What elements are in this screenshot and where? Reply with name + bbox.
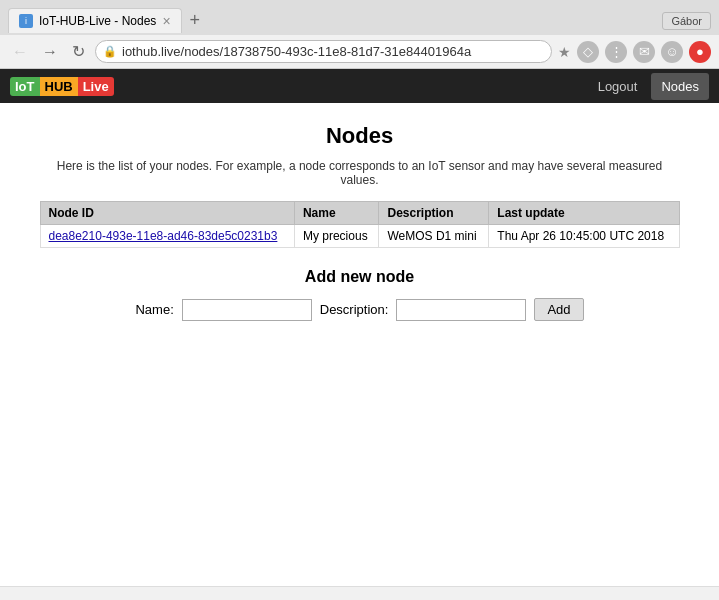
- table-body: dea8e210-493e-11e8-ad46-83de5c0231b3 My …: [40, 225, 679, 248]
- col-header-node-id: Node ID: [40, 202, 294, 225]
- extension-icon-3[interactable]: ✉: [633, 41, 655, 63]
- bookmark-icon[interactable]: ★: [558, 44, 571, 60]
- main-content: Nodes Here is the list of your nodes. Fo…: [20, 103, 700, 341]
- app-navbar: IoT HUB Live Logout Nodes: [0, 69, 719, 103]
- browser-icons: ◇ ⋮ ✉ ☺ ●: [577, 41, 711, 63]
- table-header-row: Node ID Name Description Last update: [40, 202, 679, 225]
- table-row: dea8e210-493e-11e8-ad46-83de5c0231b3 My …: [40, 225, 679, 248]
- back-button[interactable]: ←: [8, 41, 32, 63]
- brand-live: Live: [78, 77, 114, 96]
- table-header: Node ID Name Description Last update: [40, 202, 679, 225]
- cell-node-id: dea8e210-493e-11e8-ad46-83de5c0231b3: [40, 225, 294, 248]
- nodes-table: Node ID Name Description Last update dea…: [40, 201, 680, 248]
- browser-tab[interactable]: i IoT-HUB-Live - Nodes ×: [8, 8, 182, 33]
- description-input[interactable]: [396, 299, 526, 321]
- node-id-link[interactable]: dea8e210-493e-11e8-ad46-83de5c0231b3: [49, 229, 278, 243]
- description-label: Description:: [320, 302, 389, 317]
- page-description: Here is the list of your nodes. For exam…: [40, 159, 680, 187]
- cell-name: My precious: [294, 225, 379, 248]
- col-header-last-update: Last update: [489, 202, 679, 225]
- url-input[interactable]: [95, 40, 552, 63]
- nav-links: Logout Nodes: [588, 73, 709, 100]
- brand-iot: IoT: [10, 77, 40, 96]
- add-node-title: Add new node: [40, 268, 680, 286]
- brand: IoT HUB Live: [10, 77, 114, 96]
- address-bar: ← → ↻ 🔒 ★ ◇ ⋮ ✉ ☺ ●: [0, 35, 719, 68]
- page-title: Nodes: [40, 123, 680, 149]
- lock-icon: 🔒: [103, 45, 117, 58]
- browser-chrome: i IoT-HUB-Live - Nodes × + Gábor ← → ↻ 🔒…: [0, 0, 719, 69]
- brand-hub: HUB: [40, 77, 78, 96]
- add-button[interactable]: Add: [534, 298, 583, 321]
- tab-close-button[interactable]: ×: [162, 13, 170, 29]
- name-label: Name:: [135, 302, 173, 317]
- extension-icon-5[interactable]: ●: [689, 41, 711, 63]
- extension-icon-2[interactable]: ⋮: [605, 41, 627, 63]
- forward-button[interactable]: →: [38, 41, 62, 63]
- tab-bar: i IoT-HUB-Live - Nodes × + Gábor: [0, 0, 719, 35]
- extension-icon-1[interactable]: ◇: [577, 41, 599, 63]
- new-tab-button[interactable]: +: [182, 6, 209, 35]
- logout-button[interactable]: Logout: [588, 73, 648, 100]
- url-bar-wrapper: 🔒: [95, 40, 552, 63]
- bottom-scrollbar[interactable]: [0, 586, 719, 600]
- cell-last-update: Thu Apr 26 10:45:00 UTC 2018: [489, 225, 679, 248]
- tab-label: IoT-HUB-Live - Nodes: [39, 14, 156, 28]
- refresh-button[interactable]: ↻: [68, 40, 89, 63]
- col-header-description: Description: [379, 202, 489, 225]
- cell-description: WeMOS D1 mini: [379, 225, 489, 248]
- name-input[interactable]: [182, 299, 312, 321]
- user-badge: Gábor: [662, 12, 711, 30]
- tab-favicon: i: [19, 14, 33, 28]
- col-header-name: Name: [294, 202, 379, 225]
- add-node-section: Add new node Name: Description: Add: [40, 268, 680, 321]
- add-node-form: Name: Description: Add: [40, 298, 680, 321]
- nodes-nav-button[interactable]: Nodes: [651, 73, 709, 100]
- extension-icon-4[interactable]: ☺: [661, 41, 683, 63]
